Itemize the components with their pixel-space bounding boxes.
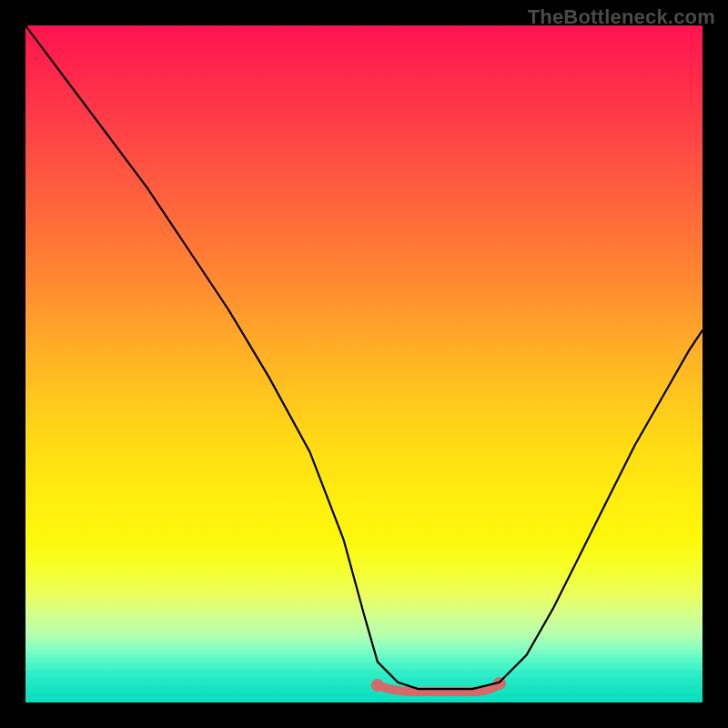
- curve-layer: [25, 25, 703, 703]
- svg-point-0: [371, 679, 384, 692]
- plot-area: [25, 25, 703, 703]
- chart-frame: TheBottleneck.com: [0, 0, 728, 728]
- watermark-text: TheBottleneck.com: [528, 5, 715, 29]
- bottleneck-curve: [25, 25, 703, 689]
